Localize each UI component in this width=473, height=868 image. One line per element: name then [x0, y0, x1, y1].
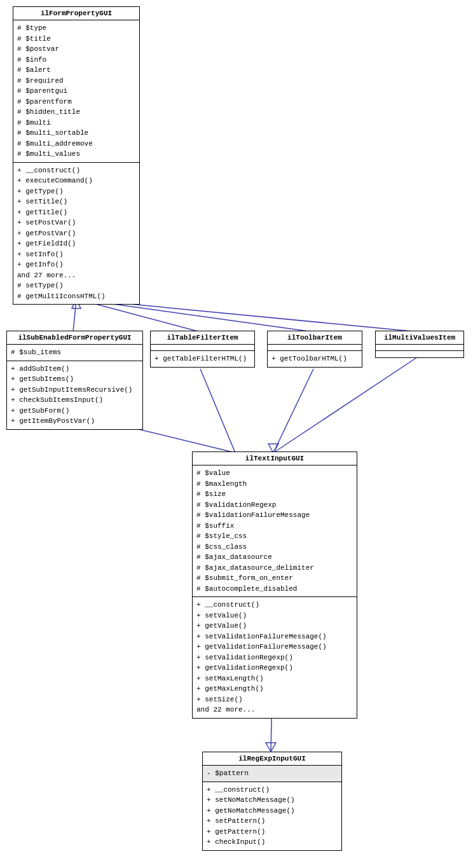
class-title-ilToolbarItem: ilToolbarItem — [268, 331, 362, 345]
class-ilMultiValuesItem: ilMultiValuesItem — [375, 331, 464, 358]
class-methods-ilTableFilterItem: + getTableFilterHTML() — [151, 351, 254, 367]
class-ilTableFilterItem: ilTableFilterItem + getTableFilterHTML() — [150, 331, 255, 368]
class-attrs-ilTableFilterItem — [151, 345, 254, 351]
svg-line-11 — [273, 356, 419, 453]
class-methods-ilToolbarItem: + getToolbarHTML() — [268, 351, 362, 367]
class-title-ilTextInputGUI: ilTextInputGUI — [193, 452, 357, 465]
class-ilToolbarItem: ilToolbarItem + getToolbarHTML() — [267, 331, 362, 368]
class-title-ilMultiValuesItem: ilMultiValuesItem — [376, 331, 463, 345]
class-ilFormPropertyGUI: ilFormPropertyGUI # $type # $title # $po… — [13, 6, 140, 305]
svg-line-10 — [273, 369, 313, 453]
class-methods-ilSubEnabled: + addSubItem() + getSubItems() + getSubI… — [7, 361, 142, 429]
class-title-ilSubEnabled: ilSubEnabledFormPropertyGUI — [7, 331, 142, 345]
diagram-container: ilFormPropertyGUI # $type # $title # $po… — [0, 0, 473, 868]
class-attrs-ilMultiValuesItem — [376, 345, 463, 351]
class-ilSubEnabledFormPropertyGUI: ilSubEnabledFormPropertyGUI # $sub_items… — [6, 331, 143, 430]
class-title-ilFormPropertyGUI: ilFormPropertyGUI — [13, 7, 139, 20]
class-attrs-ilSubEnabled: # $sub_items — [7, 345, 142, 361]
class-attrs-ilToolbarItem — [268, 345, 362, 351]
class-methods-ilMultiValuesItem — [376, 351, 463, 357]
class-methods-ilRegExpInputGUI: + __construct() + setNoMatchMessage() + … — [203, 782, 341, 850]
class-methods-ilTextInputGUI: + __construct() + setValue() + getValue(… — [193, 597, 357, 718]
svg-marker-14 — [266, 743, 276, 752]
class-attrs-ilFormPropertyGUI: # $type # $title # $postvar # $info # $a… — [13, 20, 139, 163]
class-title-ilTableFilterItem: ilTableFilterItem — [151, 331, 254, 345]
class-ilTextInputGUI: ilTextInputGUI # $value # $maxlength # $… — [192, 451, 357, 719]
class-methods-ilFormPropertyGUI: + __construct() + executeCommand() + get… — [13, 163, 139, 305]
class-title-ilRegExpInputGUI: ilRegExpInputGUI — [203, 752, 341, 766]
svg-line-9 — [200, 369, 235, 453]
class-attrs-ilRegExpInputGUI: - $pattern — [203, 766, 341, 782]
class-attrs-ilTextInputGUI: # $value # $maxlength # $size # $validat… — [193, 465, 357, 597]
class-ilRegExpInputGUI: ilRegExpInputGUI - $pattern + __construc… — [202, 752, 342, 851]
